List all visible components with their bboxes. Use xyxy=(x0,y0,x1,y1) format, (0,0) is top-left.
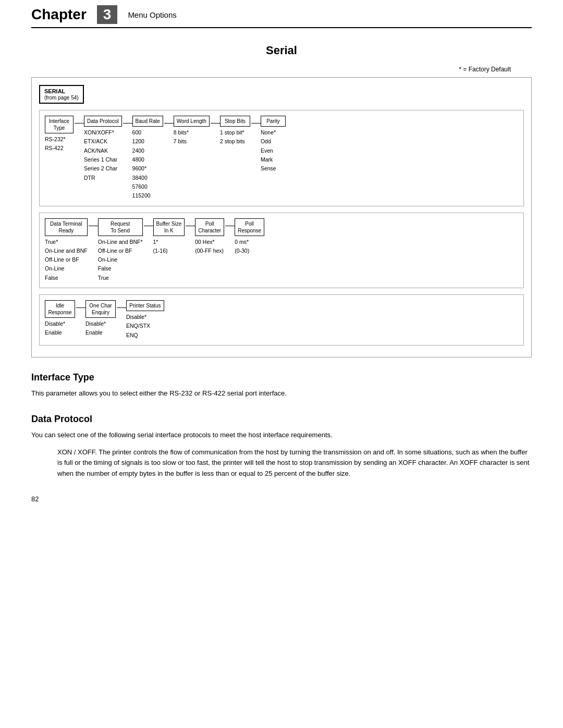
data-protocol-values: XON/XOFF*ETX/ACKACK/NAKSeries 1 CharSeri… xyxy=(84,128,122,182)
serial-box: SERIAL (from page 54) xyxy=(39,85,84,104)
dtr-values: True*On-Line and BNFOff-Line or BFOn-Lin… xyxy=(45,238,88,283)
parity-node: Parity xyxy=(261,116,286,127)
printer-status-col: Printer Status Disable*ENQ/STXENQ xyxy=(126,300,164,340)
baud-rate-values: 6001200240048009600*3840057600115200 xyxy=(132,128,163,201)
dtr-node: Data TerminalReady xyxy=(45,218,88,236)
chapter-subtitle: Menu Options xyxy=(128,10,176,19)
buffer-size-node: Buffer SizeIn K xyxy=(153,218,185,236)
poll-char-values: 00 Hex*(00-FF hex) xyxy=(195,238,224,256)
arrow-5 xyxy=(251,123,261,124)
baud-rate-node: Baud Rate xyxy=(132,116,163,127)
arrow-3 xyxy=(164,123,174,124)
data-protocol-node: Data Protocol xyxy=(84,116,122,127)
idle-response-col: IdleResponse Disable*Enable xyxy=(45,300,75,338)
section2-nodes: Data TerminalReady True*On-Line and BNFO… xyxy=(45,218,518,283)
word-length-values: 8 bits*7 bits xyxy=(174,128,210,146)
rts-col: RequestTo Send On-Line and BNF*Off-Line … xyxy=(98,218,143,283)
printer-status-node: Printer Status xyxy=(126,300,164,311)
poll-response-col: PollResponse 0 ms*(0-30) xyxy=(235,218,264,256)
arrow-8 xyxy=(186,226,195,226)
stop-bits-values: 1 stop bit*2 stop bits xyxy=(220,128,250,146)
arrow-4 xyxy=(211,123,220,124)
serial-box-label: SERIAL xyxy=(44,88,65,94)
serial-section-title: Serial xyxy=(31,44,532,57)
rts-values: On-Line and BNF*Off-Line or BFOn-LineFal… xyxy=(98,238,143,283)
arrow-11 xyxy=(117,307,126,308)
arrow-10 xyxy=(76,307,85,308)
rts-node: RequestTo Send xyxy=(98,218,143,236)
buffer-size-col: Buffer SizeIn K 1*(1-16) xyxy=(153,218,185,256)
poll-response-node: PollResponse xyxy=(235,218,264,236)
factory-note: * = Factory Default xyxy=(31,66,532,73)
printer-status-values: Disable*ENQ/STXENQ xyxy=(126,313,164,340)
interface-type-values: RS-232*RS-422 xyxy=(45,135,74,153)
chapter-label: Chapter xyxy=(31,6,87,23)
poll-char-node: PollCharacter xyxy=(195,218,224,236)
stop-bits-node: Stop Bits xyxy=(220,116,250,127)
diagram-section-3: IdleResponse Disable*Enable One CharEnqu… xyxy=(39,294,524,346)
data-protocol-title: Data Protocol xyxy=(31,414,532,425)
stop-bits-col: Stop Bits 1 stop bit*2 stop bits xyxy=(220,116,250,146)
buffer-size-values: 1*(1-16) xyxy=(153,238,185,256)
word-length-node: Word Length xyxy=(174,116,210,127)
serial-diagram-area: SERIAL (from page 54) InterfaceType RS-2… xyxy=(31,77,532,357)
serial-box-sub: (from page 54) xyxy=(44,95,79,101)
word-length-col: Word Length 8 bits*7 bits xyxy=(174,116,210,146)
section1-nodes: InterfaceType RS-232*RS-422 Data Protoco… xyxy=(45,116,518,201)
parity-col: Parity None*OddEvenMarkSense xyxy=(261,116,286,174)
parity-values: None*OddEvenMarkSense xyxy=(261,128,286,174)
chapter-number: 3 xyxy=(97,5,118,24)
data-protocol-intro: You can select one of the following seri… xyxy=(31,430,532,441)
baud-rate-col: Baud Rate 6001200240048009600*3840057600… xyxy=(132,116,163,201)
poll-response-values: 0 ms*(0-30) xyxy=(235,238,264,256)
arrow-2 xyxy=(123,123,132,124)
poll-char-col: PollCharacter 00 Hex*(00-FF hex) xyxy=(195,218,224,256)
section3-nodes: IdleResponse Disable*Enable One CharEnqu… xyxy=(45,300,518,340)
interface-type-text: This parameter allows you to select eith… xyxy=(31,388,532,399)
interface-type-title: Interface Type xyxy=(31,372,532,383)
arrow-9 xyxy=(225,226,235,226)
idle-response-node: IdleResponse xyxy=(45,300,75,318)
dtr-col: Data TerminalReady True*On-Line and BNFO… xyxy=(45,218,88,283)
arrow-1 xyxy=(75,123,84,124)
page-number: 82 xyxy=(31,495,532,503)
interface-type-node: InterfaceType xyxy=(45,116,74,133)
interface-type-col: InterfaceType RS-232*RS-422 xyxy=(45,116,74,153)
one-char-values: Disable*Enable xyxy=(85,319,116,338)
arrow-6 xyxy=(89,226,98,226)
data-protocol-xon-xoff: XON / XOFF. The printer controls the flo… xyxy=(57,447,532,479)
idle-response-values: Disable*Enable xyxy=(45,319,75,338)
one-char-col: One CharEnquiry Disable*Enable xyxy=(85,300,116,338)
diagram-section-1: InterfaceType RS-232*RS-422 Data Protoco… xyxy=(39,110,524,206)
data-protocol-col: Data Protocol XON/XOFF*ETX/ACKACK/NAKSer… xyxy=(84,116,122,182)
chapter-header: Chapter 3 Menu Options xyxy=(31,0,532,28)
diagram-section-2: Data TerminalReady True*On-Line and BNFO… xyxy=(39,213,524,289)
arrow-7 xyxy=(144,226,153,226)
one-char-node: One CharEnquiry xyxy=(85,300,116,318)
